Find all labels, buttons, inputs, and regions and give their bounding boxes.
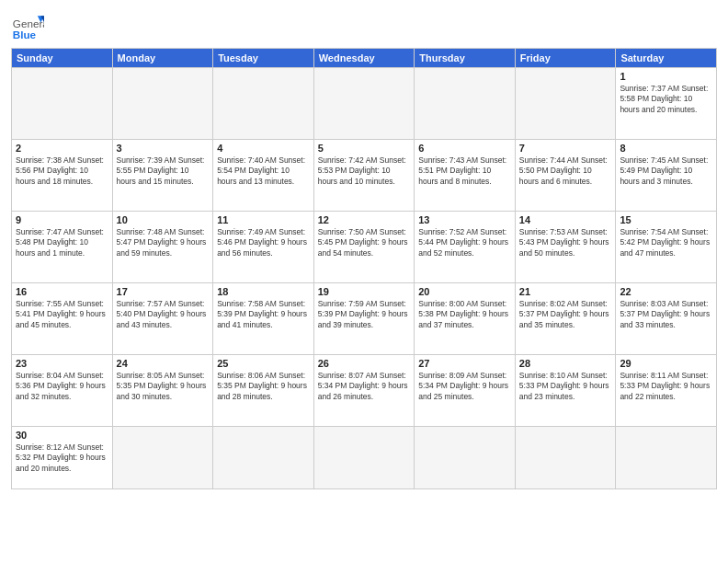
day-info: Sunrise: 8:06 AM Sunset: 5:35 PM Dayligh… <box>217 371 310 402</box>
day-number: 7 <box>519 143 612 154</box>
day-number: 19 <box>318 286 411 297</box>
day-info: Sunrise: 8:11 AM Sunset: 5:33 PM Dayligh… <box>620 371 712 402</box>
calendar-day-10: 10Sunrise: 7:48 AM Sunset: 5:47 PM Dayli… <box>112 212 213 283</box>
day-number: 11 <box>217 214 310 225</box>
day-info: Sunrise: 7:49 AM Sunset: 5:46 PM Dayligh… <box>217 227 310 259</box>
day-info: Sunrise: 7:57 AM Sunset: 5:40 PM Dayligh… <box>117 299 210 330</box>
generalblue-logo-icon: General Blue <box>11 9 44 42</box>
day-header-saturday: Saturday <box>616 49 717 68</box>
day-number: 27 <box>418 358 511 369</box>
day-number: 16 <box>16 286 108 297</box>
day-info: Sunrise: 8:05 AM Sunset: 5:35 PM Dayligh… <box>117 371 210 402</box>
calendar-day-26: 26Sunrise: 8:07 AM Sunset: 5:34 PM Dayli… <box>313 355 415 427</box>
day-info: Sunrise: 8:04 AM Sunset: 5:36 PM Dayligh… <box>16 371 108 402</box>
calendar-day-empty <box>213 427 314 489</box>
calendar-header-row: SundayMondayTuesdayWednesdayThursdayFrid… <box>12 49 717 68</box>
day-info: Sunrise: 7:58 AM Sunset: 5:39 PM Dayligh… <box>217 299 310 330</box>
calendar-week-row: 1Sunrise: 7:37 AM Sunset: 5:58 PM Daylig… <box>12 68 717 140</box>
day-number: 17 <box>117 286 210 297</box>
calendar-day-27: 27Sunrise: 8:09 AM Sunset: 5:34 PM Dayli… <box>415 355 516 427</box>
day-info: Sunrise: 7:59 AM Sunset: 5:39 PM Dayligh… <box>318 299 411 330</box>
day-header-thursday: Thursday <box>415 49 516 68</box>
calendar-day-11: 11Sunrise: 7:49 AM Sunset: 5:46 PM Dayli… <box>213 212 314 283</box>
day-info: Sunrise: 7:47 AM Sunset: 5:48 PM Dayligh… <box>16 227 108 259</box>
day-number: 29 <box>620 358 712 369</box>
day-number: 2 <box>16 143 108 154</box>
day-info: Sunrise: 8:07 AM Sunset: 5:34 PM Dayligh… <box>318 371 411 402</box>
day-number: 6 <box>418 143 511 154</box>
day-info: Sunrise: 7:52 AM Sunset: 5:44 PM Dayligh… <box>418 227 511 259</box>
day-info: Sunrise: 7:38 AM Sunset: 5:56 PM Dayligh… <box>16 155 108 187</box>
day-info: Sunrise: 7:55 AM Sunset: 5:41 PM Dayligh… <box>16 299 108 330</box>
day-info: Sunrise: 7:50 AM Sunset: 5:45 PM Dayligh… <box>318 227 411 259</box>
page-header: General Blue <box>11 9 717 42</box>
day-number: 24 <box>117 358 210 369</box>
calendar-day-4: 4Sunrise: 7:40 AM Sunset: 5:54 PM Daylig… <box>213 140 314 212</box>
calendar-day-13: 13Sunrise: 7:52 AM Sunset: 5:44 PM Dayli… <box>415 212 516 283</box>
calendar-day-1: 1Sunrise: 7:37 AM Sunset: 5:58 PM Daylig… <box>616 68 717 140</box>
calendar-day-28: 28Sunrise: 8:10 AM Sunset: 5:33 PM Dayli… <box>515 355 616 427</box>
day-number: 13 <box>418 214 511 225</box>
calendar-day-empty <box>12 68 113 140</box>
day-number: 4 <box>217 143 310 154</box>
day-number: 10 <box>117 214 210 225</box>
calendar-day-9: 9Sunrise: 7:47 AM Sunset: 5:48 PM Daylig… <box>12 212 113 283</box>
calendar-day-23: 23Sunrise: 8:04 AM Sunset: 5:36 PM Dayli… <box>12 355 113 427</box>
calendar-week-row: 16Sunrise: 7:55 AM Sunset: 5:41 PM Dayli… <box>12 283 717 355</box>
day-info: Sunrise: 7:39 AM Sunset: 5:55 PM Dayligh… <box>117 155 210 187</box>
calendar-day-empty <box>515 427 616 489</box>
day-number: 18 <box>217 286 310 297</box>
day-info: Sunrise: 7:48 AM Sunset: 5:47 PM Dayligh… <box>117 227 210 259</box>
calendar-day-8: 8Sunrise: 7:45 AM Sunset: 5:49 PM Daylig… <box>616 140 717 212</box>
day-number: 30 <box>16 430 108 441</box>
calendar-day-25: 25Sunrise: 8:06 AM Sunset: 5:35 PM Dayli… <box>213 355 314 427</box>
day-number: 1 <box>620 71 712 82</box>
day-header-friday: Friday <box>515 49 616 68</box>
calendar-day-empty <box>112 427 213 489</box>
day-number: 23 <box>16 358 108 369</box>
day-number: 9 <box>16 214 108 225</box>
day-number: 5 <box>318 143 411 154</box>
day-number: 25 <box>217 358 310 369</box>
day-number: 20 <box>418 286 511 297</box>
day-info: Sunrise: 7:43 AM Sunset: 5:51 PM Dayligh… <box>418 155 511 187</box>
day-info: Sunrise: 8:03 AM Sunset: 5:37 PM Dayligh… <box>620 299 712 330</box>
day-number: 26 <box>318 358 411 369</box>
calendar-day-21: 21Sunrise: 8:02 AM Sunset: 5:37 PM Dayli… <box>515 283 616 355</box>
logo: General Blue <box>11 9 44 42</box>
calendar-day-7: 7Sunrise: 7:44 AM Sunset: 5:50 PM Daylig… <box>515 140 616 212</box>
day-number: 8 <box>620 143 712 154</box>
svg-text:Blue: Blue <box>13 29 37 40</box>
day-number: 3 <box>117 143 210 154</box>
day-number: 14 <box>519 214 612 225</box>
calendar-day-14: 14Sunrise: 7:53 AM Sunset: 5:43 PM Dayli… <box>515 212 616 283</box>
day-info: Sunrise: 8:02 AM Sunset: 5:37 PM Dayligh… <box>519 299 612 330</box>
day-header-monday: Monday <box>112 49 213 68</box>
calendar-day-6: 6Sunrise: 7:43 AM Sunset: 5:51 PM Daylig… <box>415 140 516 212</box>
day-info: Sunrise: 7:40 AM Sunset: 5:54 PM Dayligh… <box>217 155 310 187</box>
calendar-day-empty <box>616 427 717 489</box>
calendar-day-18: 18Sunrise: 7:58 AM Sunset: 5:39 PM Dayli… <box>213 283 314 355</box>
day-header-sunday: Sunday <box>12 49 113 68</box>
calendar-day-5: 5Sunrise: 7:42 AM Sunset: 5:53 PM Daylig… <box>313 140 415 212</box>
page-container: General Blue SundayMondayTuesdayWednesda… <box>0 0 728 495</box>
calendar-week-row: 9Sunrise: 7:47 AM Sunset: 5:48 PM Daylig… <box>12 212 717 283</box>
calendar-day-20: 20Sunrise: 8:00 AM Sunset: 5:38 PM Dayli… <box>415 283 516 355</box>
calendar-day-16: 16Sunrise: 7:55 AM Sunset: 5:41 PM Dayli… <box>12 283 113 355</box>
day-number: 12 <box>318 214 411 225</box>
calendar-day-empty <box>313 68 415 140</box>
calendar-week-row: 30Sunrise: 8:12 AM Sunset: 5:32 PM Dayli… <box>12 427 717 489</box>
day-info: Sunrise: 7:53 AM Sunset: 5:43 PM Dayligh… <box>519 227 612 259</box>
day-info: Sunrise: 7:42 AM Sunset: 5:53 PM Dayligh… <box>318 155 411 187</box>
calendar-table: SundayMondayTuesdayWednesdayThursdayFrid… <box>11 48 717 489</box>
calendar-day-29: 29Sunrise: 8:11 AM Sunset: 5:33 PM Dayli… <box>616 355 717 427</box>
day-number: 22 <box>620 286 712 297</box>
day-info: Sunrise: 7:54 AM Sunset: 5:42 PM Dayligh… <box>620 227 712 259</box>
calendar-week-row: 23Sunrise: 8:04 AM Sunset: 5:36 PM Dayli… <box>12 355 717 427</box>
day-header-wednesday: Wednesday <box>313 49 415 68</box>
day-number: 28 <box>519 358 612 369</box>
calendar-day-empty <box>313 427 415 489</box>
calendar-day-17: 17Sunrise: 7:57 AM Sunset: 5:40 PM Dayli… <box>112 283 213 355</box>
calendar-day-12: 12Sunrise: 7:50 AM Sunset: 5:45 PM Dayli… <box>313 212 415 283</box>
day-info: Sunrise: 7:45 AM Sunset: 5:49 PM Dayligh… <box>620 155 712 187</box>
